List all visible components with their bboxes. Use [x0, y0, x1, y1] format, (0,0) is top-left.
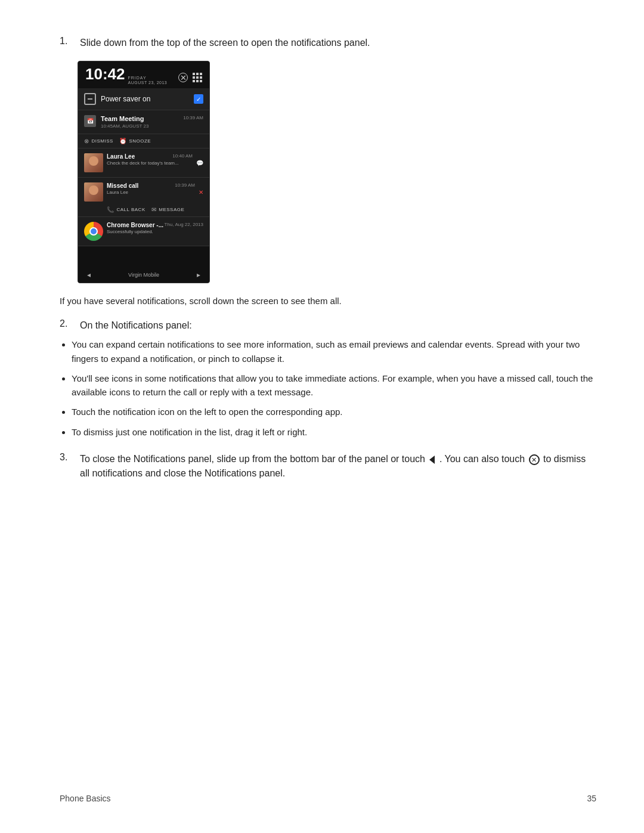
- call-back-label: CALL BACK: [117, 207, 145, 212]
- step3-number: 3.: [60, 452, 78, 463]
- step2-bullets: You can expand certain notifications to …: [72, 337, 596, 439]
- footer-left: Phone Basics: [60, 794, 111, 803]
- dismiss-button[interactable]: ⊗ DISMISS: [84, 138, 113, 144]
- step3-text: To close the Notifications panel, slide …: [80, 452, 596, 481]
- phone-day: FRIDAY: [128, 76, 166, 80]
- missed-call-time: 10:39 AM: [175, 182, 195, 188]
- para1: If you have several notifications, scrol…: [60, 294, 596, 308]
- missed-call-row: Missed call 10:39 AM Laura Lee ✕ 📞 CALL …: [78, 178, 209, 217]
- message-button[interactable]: ✉ MESSAGE: [151, 206, 185, 213]
- chevron-left-icon: [429, 456, 435, 464]
- snooze-label: SNOOZE: [129, 138, 151, 144]
- phone-spacer: [78, 246, 209, 267]
- chrome-title: Chrome Browser -...: [107, 222, 163, 228]
- chrome-icon: [84, 222, 103, 241]
- status-bar: 10:42 FRIDAY AUGUST 23, 2013 ✕: [78, 61, 209, 88]
- laura-message-row: Laura Lee 10:40 AM Check the deck for to…: [78, 148, 209, 178]
- laura-avatar: [84, 153, 103, 172]
- power-saver-label: Power saver on: [101, 95, 194, 103]
- message-badge-icon: 💬: [196, 160, 203, 166]
- sms-icon: ✉: [151, 206, 157, 213]
- step3-block: 3. To close the Notifications panel, sli…: [60, 452, 596, 481]
- carrier-name: Virgin Mobile: [128, 272, 159, 278]
- bullet-2: You'll see icons in some notifications t…: [72, 371, 596, 400]
- meeting-time: 10:39 AM: [183, 115, 203, 120]
- chrome-date: Thu, Aug 22, 2013: [165, 222, 203, 227]
- meeting-actions: ⊗ DISMISS ⏰ SNOOZE: [78, 134, 209, 148]
- missed-avatar: [84, 182, 103, 202]
- step2-intro: On the Notifications panel:: [80, 318, 192, 333]
- bottom-bar: ◂ Virgin Mobile ▸: [78, 267, 209, 283]
- meeting-title: Team Meeting: [101, 115, 144, 122]
- missed-call-actions: 📞 CALL BACK ✉ MESSAGE: [78, 204, 209, 216]
- chrome-row: Chrome Browser -... Thu, Aug 22, 2013 Su…: [78, 217, 209, 246]
- missed-call-label: Missed call: [107, 182, 138, 189]
- status-icons: ✕: [178, 73, 202, 85]
- call-back-button[interactable]: 📞 CALL BACK: [107, 206, 145, 213]
- snooze-button[interactable]: ⏰ SNOOZE: [119, 138, 151, 144]
- bullet-1: You can expand certain notifications to …: [72, 337, 596, 366]
- laura-name: Laura Lee: [107, 153, 135, 160]
- footer-right: 35: [587, 794, 596, 803]
- power-saver-row[interactable]: Power saver on ✓: [78, 88, 209, 110]
- step2-number: 2.: [60, 318, 78, 329]
- laura-message-content: Laura Lee 10:40 AM Check the deck for to…: [107, 153, 193, 166]
- phone-date: AUGUST 23, 2013: [128, 80, 168, 85]
- meeting-subtitle: 10:45AM, AUGUST 23: [101, 123, 203, 129]
- grid-icon: [193, 73, 202, 82]
- missed-call-content: Missed call 10:39 AM Laura Lee: [107, 182, 195, 195]
- back-arrow-icon: ◂: [87, 271, 91, 279]
- step1-text: Slide down from the top of the screen to…: [80, 36, 370, 50]
- laura-message-text: Check the deck for today's team...: [107, 160, 193, 166]
- bullet-4: To dismiss just one notification in the …: [72, 425, 596, 439]
- snooze-icon: ⏰: [119, 138, 127, 144]
- message-label: MESSAGE: [159, 207, 184, 212]
- bullet-3: Touch the notification icon on the left …: [72, 405, 596, 419]
- missed-call-name: Laura Lee: [107, 190, 195, 195]
- dismiss-circle-icon: ✕: [178, 73, 188, 82]
- chrome-subtitle: Successfully updated.: [107, 229, 203, 234]
- laura-time: 10:40 AM: [172, 153, 193, 159]
- power-icon: [84, 93, 96, 105]
- phone-screenshot: 10:42 FRIDAY AUGUST 23, 2013 ✕: [78, 61, 210, 283]
- phone-icon: 📞: [107, 206, 114, 213]
- dismiss-all-icon: ✕: [529, 454, 540, 465]
- team-meeting-row: 📅 Team Meeting 10:39 AM 10:45AM, AUGUST …: [78, 110, 209, 134]
- phone-time: 10:42: [85, 66, 125, 82]
- power-saver-checkbox[interactable]: ✓: [194, 94, 203, 104]
- chrome-content: Chrome Browser -... Thu, Aug 22, 2013 Su…: [107, 222, 203, 234]
- dismiss-label: DISMISS: [92, 138, 113, 144]
- missed-x-icon: ✕: [199, 189, 203, 196]
- forward-arrow-icon: ▸: [197, 271, 200, 279]
- calendar-icon: 📅: [84, 115, 96, 127]
- step2-block: 2. On the Notifications panel: You can e…: [60, 318, 596, 439]
- footer: Phone Basics 35: [60, 794, 596, 803]
- step1-number: 1.: [60, 36, 78, 47]
- dismiss-icon: ⊗: [84, 138, 89, 144]
